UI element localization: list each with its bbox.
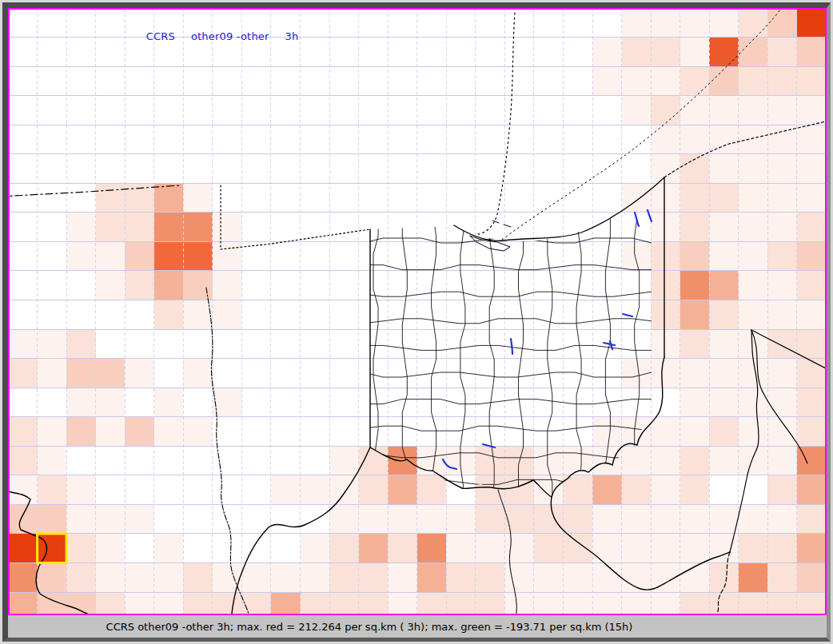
grid-cell[interactable] — [446, 592, 476, 614]
grid-cell[interactable] — [10, 504, 38, 534]
grid-cell[interactable] — [709, 10, 739, 38]
grid-cell[interactable] — [10, 417, 38, 447]
grid-cell[interactable] — [622, 534, 652, 563]
grid-cell[interactable] — [563, 592, 592, 614]
grid-cell[interactable] — [739, 154, 768, 184]
grid-cell[interactable] — [680, 592, 710, 614]
grid-cell[interactable] — [709, 241, 739, 271]
grid-cell[interactable] — [183, 417, 213, 447]
grid-cell[interactable] — [125, 417, 154, 447]
grid-cell[interactable] — [154, 183, 184, 213]
grid-cell[interactable] — [125, 183, 154, 213]
grid-cell[interactable] — [563, 563, 592, 592]
grid-cell[interactable] — [359, 475, 389, 505]
grid-cell[interactable] — [38, 359, 67, 388]
grid-cell[interactable] — [680, 154, 710, 184]
grid-cell[interactable] — [329, 534, 359, 563]
grid-cell[interactable] — [680, 504, 710, 534]
grid-cell[interactable] — [709, 66, 739, 96]
grid-cell[interactable] — [767, 534, 797, 563]
grid-cell[interactable] — [680, 38, 710, 67]
grid-cell[interactable] — [301, 475, 330, 505]
grid-cell[interactable] — [797, 271, 825, 300]
grid-cell[interactable] — [651, 125, 680, 154]
grid-cell[interactable] — [680, 475, 710, 505]
grid-cell[interactable] — [417, 563, 447, 592]
grid-cell[interactable] — [767, 271, 797, 300]
grid-cell[interactable] — [96, 563, 126, 592]
grid-cell[interactable] — [241, 563, 271, 592]
grid-cell[interactable] — [183, 359, 213, 388]
grid-cell[interactable] — [709, 446, 739, 475]
grid-cell[interactable] — [271, 592, 301, 614]
grid-cell[interactable] — [96, 534, 126, 563]
grid-cell[interactable] — [680, 213, 710, 242]
grid-cell[interactable] — [739, 38, 768, 67]
grid-cell[interactable] — [301, 534, 330, 563]
grid-cell[interactable] — [797, 300, 825, 330]
grid-cell[interactable] — [183, 592, 213, 614]
grid-cell[interactable] — [10, 329, 38, 359]
grid-cell[interactable] — [622, 96, 652, 125]
grid-cell[interactable] — [301, 563, 330, 592]
grid-cell[interactable] — [534, 446, 564, 475]
grid-cell[interactable] — [797, 592, 825, 614]
grid-cell[interactable] — [651, 271, 680, 300]
grid-cell[interactable] — [622, 66, 652, 96]
grid-cell[interactable] — [680, 271, 710, 300]
grid-cell[interactable] — [359, 592, 389, 614]
grid-cell[interactable] — [767, 154, 797, 184]
grid-cell[interactable] — [622, 38, 652, 67]
grid-cell[interactable] — [563, 534, 592, 563]
map-area[interactable]: CCRSother09 -other3h — [8, 8, 827, 615]
grid-cell[interactable] — [797, 213, 825, 242]
grid-cell[interactable] — [96, 359, 126, 388]
grid-cell[interactable] — [767, 475, 797, 505]
grid-cell[interactable] — [301, 592, 330, 614]
grid-cell[interactable] — [767, 66, 797, 96]
grid-cell[interactable] — [709, 38, 739, 67]
grid-cell[interactable] — [359, 504, 389, 534]
grid-cell[interactable] — [125, 563, 154, 592]
grid-cell[interactable] — [38, 504, 67, 534]
grid-cell[interactable] — [66, 241, 96, 271]
grid-cell[interactable] — [592, 563, 622, 592]
grid-cell[interactable] — [767, 388, 797, 417]
grid-cell[interactable] — [709, 504, 739, 534]
grid-cell[interactable] — [96, 417, 126, 447]
grid-cell[interactable] — [10, 534, 38, 563]
grid-cell[interactable] — [329, 504, 359, 534]
grid-cell[interactable] — [125, 359, 154, 388]
grid-cell[interactable] — [10, 359, 38, 388]
grid-cell[interactable] — [125, 271, 154, 300]
grid-cell[interactable] — [154, 563, 184, 592]
grid-cell[interactable] — [476, 504, 505, 534]
grid-cell[interactable] — [739, 563, 768, 592]
grid-cell[interactable] — [797, 504, 825, 534]
grid-cell[interactable] — [651, 96, 680, 125]
grid-cell[interactable] — [651, 534, 680, 563]
grid-cell[interactable] — [739, 183, 768, 213]
grid-cell[interactable] — [680, 96, 710, 125]
grid-cell[interactable] — [592, 66, 622, 96]
grid-cell[interactable] — [680, 446, 710, 475]
grid-cell[interactable] — [651, 241, 680, 271]
grid-cell[interactable] — [10, 563, 38, 592]
grid-cell[interactable] — [709, 592, 739, 614]
grid-cell[interactable] — [476, 475, 505, 505]
grid-cell[interactable] — [680, 300, 710, 330]
grid-cell[interactable] — [66, 359, 96, 388]
grid-cell[interactable] — [622, 592, 652, 614]
grid-cell[interactable] — [739, 300, 768, 330]
grid-cell[interactable] — [651, 300, 680, 330]
grid-cell[interactable] — [797, 96, 825, 125]
grid-cell[interactable] — [767, 96, 797, 125]
grid-cell[interactable] — [417, 475, 447, 505]
grid-cell[interactable] — [476, 592, 505, 614]
grid-cell[interactable] — [417, 592, 447, 614]
grid-cell[interactable] — [767, 183, 797, 213]
grid-cell[interactable] — [38, 329, 67, 359]
grid-cell[interactable] — [767, 213, 797, 242]
grid-cell[interactable] — [154, 271, 184, 300]
grid-cell[interactable] — [709, 417, 739, 447]
